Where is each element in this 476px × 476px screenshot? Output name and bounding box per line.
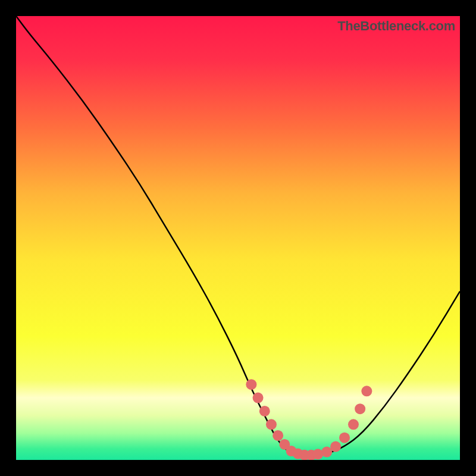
curve-marker (330, 441, 341, 452)
curve-marker (339, 433, 350, 443)
curve-marker (253, 393, 264, 403)
chart-container: TheBottleneck.com (0, 0, 476, 476)
curve-marker (355, 403, 365, 414)
watermark-text: TheBottleneck.com (337, 18, 455, 34)
curve-marker (361, 386, 372, 396)
curve-marker (246, 379, 256, 390)
curve-marker (266, 419, 277, 430)
curve-marker (273, 430, 283, 441)
curve-marker (348, 419, 359, 430)
gradient-background (16, 16, 460, 460)
plot-area: TheBottleneck.com (16, 16, 460, 460)
curve-marker (321, 447, 332, 458)
curve-marker (259, 406, 270, 416)
